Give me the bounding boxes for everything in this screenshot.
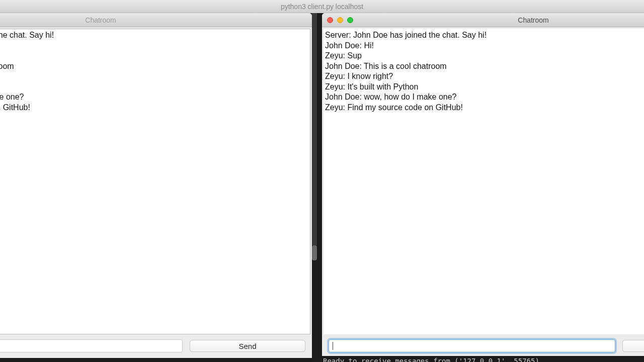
send-button-right[interactable]: Send bbox=[622, 340, 644, 352]
content-left: Server: John Doe has joined the chat. Sa… bbox=[0, 27, 312, 358]
message-input-right[interactable] bbox=[329, 339, 615, 352]
chat-log-left[interactable]: Server: John Doe has joined the chat. Sa… bbox=[0, 29, 310, 334]
send-button-left[interactable]: Send bbox=[190, 340, 305, 352]
content-right: Server: John Doe has joined the chat. Sa… bbox=[322, 27, 644, 358]
titlebar-left[interactable]: Chatroom bbox=[0, 13, 312, 27]
input-row-right: Send bbox=[324, 337, 644, 356]
maximize-icon[interactable] bbox=[347, 17, 353, 23]
window-gap bbox=[312, 13, 322, 362]
window-title-left: Chatroom bbox=[0, 16, 312, 24]
titlebar-right[interactable]: Chatroom bbox=[322, 13, 644, 27]
input-row-left: Send bbox=[0, 337, 310, 356]
message-input-left[interactable] bbox=[0, 339, 183, 352]
chat-log-right[interactable]: Server: John Doe has joined the chat. Sa… bbox=[324, 29, 644, 334]
terminal-titlebar: python3 client.py localhost bbox=[0, 0, 644, 13]
traffic-lights-right bbox=[322, 17, 353, 23]
chatroom-window-right: Chatroom Server: John Doe has joined the… bbox=[322, 13, 644, 358]
minimize-icon[interactable] bbox=[337, 17, 343, 23]
close-icon[interactable] bbox=[327, 17, 333, 23]
chatroom-window-left: Chatroom Server: John Doe has joined the… bbox=[0, 13, 312, 358]
text-caret bbox=[333, 342, 333, 350]
window-title-right: Chatroom bbox=[322, 16, 644, 24]
terminal-output: Ready to receive messages from ('127.0.0… bbox=[322, 356, 644, 362]
terminal-title: python3 client.py localhost bbox=[281, 3, 363, 11]
terminal-line: Ready to receive messages from ('127.0.0… bbox=[323, 357, 539, 362]
